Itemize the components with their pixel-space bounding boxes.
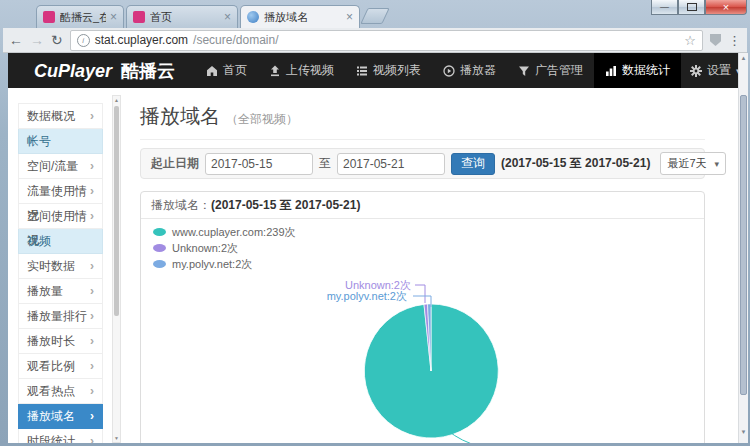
sidebar-item-data-overview[interactable]: 数据概况› — [18, 104, 103, 129]
start-date-input[interactable] — [205, 153, 313, 175]
cuplayer-favicon — [43, 11, 55, 23]
to-label: 至 — [319, 155, 331, 172]
upload-icon — [269, 65, 281, 77]
sidebar-label: 空间使用情况 — [27, 204, 90, 228]
sidebar-item-traffic-usage[interactable]: 流量使用情况› — [18, 179, 103, 204]
main-content: 播放域名（全部视频） 起止日期 至 查询 (2017-05-15 至 2017-… — [140, 103, 705, 443]
nav-label: 首页 — [223, 62, 247, 79]
quick-range-select[interactable]: 最近7天 ▾ — [660, 152, 726, 175]
address-bar[interactable]: i stat.cuplayer.com/secure/domain/ ☆ — [70, 30, 703, 51]
logo-en: CuPlayer — [34, 61, 112, 81]
sidebar-label: 数据概况 — [27, 104, 75, 128]
query-button[interactable]: 查询 — [451, 153, 495, 175]
sidebar-item-realtime[interactable]: 实时数据› — [18, 254, 103, 279]
pie-chart — [141, 192, 706, 443]
browser-tab-1[interactable]: 酷播云_在线视频全终端 × — [36, 5, 124, 28]
page-subtitle: （全部视频） — [226, 112, 298, 126]
pie-slice-cuplayer[interactable] — [364, 304, 498, 438]
sidebar-section-video: 视频 — [18, 229, 103, 254]
sidebar-scrollbar[interactable]: ▲ ▼ — [112, 95, 121, 443]
chevron-right-icon: › — [90, 254, 94, 278]
play-circle-icon — [443, 65, 455, 77]
chevron-right-icon: › — [90, 104, 94, 128]
sidebar-item-play-count[interactable]: 播放量› — [18, 279, 103, 304]
browser-tab-2[interactable]: 首页 × — [126, 5, 238, 28]
site-logo[interactable]: CuPlayer 酷播云 — [34, 59, 175, 83]
shield-icon[interactable] — [710, 34, 721, 46]
pie-label-cuplayer: www.cuplayer.com:239次 — [481, 441, 605, 443]
date-range-label: 起止日期 — [151, 155, 199, 172]
site-navbar: CuPlayer 酷播云 首页 上传视频 视频列表 播放器 — [8, 53, 738, 88]
url-host: stat.cuplayer.com — [95, 33, 188, 47]
nav-item-video-list[interactable]: 视频列表 — [345, 53, 432, 88]
sidebar-item-play-ranking[interactable]: 播放量排行› — [18, 304, 103, 329]
sidebar-item-play-duration[interactable]: 播放时长› — [18, 329, 103, 354]
chevron-right-icon: › — [90, 404, 94, 428]
scroll-down-icon[interactable]: ▼ — [113, 435, 120, 441]
list-icon — [356, 65, 368, 77]
forward-button[interactable]: → — [30, 33, 44, 47]
page-viewport: CuPlayer 酷播云 首页 上传视频 视频列表 播放器 — [8, 53, 738, 443]
caret-down-icon: ▾ — [715, 159, 720, 169]
funnel-icon — [518, 65, 530, 77]
nav-item-statistics[interactable]: 数据统计 — [594, 53, 681, 88]
nav-label: 设置 — [707, 62, 731, 79]
tab-close-icon[interactable]: × — [346, 11, 353, 23]
end-date-input[interactable] — [337, 153, 445, 175]
bar-chart-icon — [605, 65, 617, 77]
page-scrollbar-thumb[interactable] — [740, 95, 747, 395]
home-icon — [206, 65, 218, 77]
minimize-icon: — — [660, 2, 669, 12]
maximize-button[interactable] — [678, 0, 705, 15]
nav-item-ad-management[interactable]: 广告管理 — [507, 53, 594, 88]
browser-window: 酷播云_在线视频全终端 × 首页 × 播放域名 × — × ← → ↻ — [0, 0, 750, 446]
sidebar-item-time-stats[interactable]: 时段统计› — [18, 429, 103, 443]
sidebar-item-space-traffic[interactable]: 空间/流量› — [18, 154, 103, 179]
new-tab-button[interactable] — [360, 8, 389, 24]
nav-item-home[interactable]: 首页 — [195, 53, 258, 88]
pie-label-polyv: my.polyv.net:2次 — [327, 289, 407, 304]
tab-strip: 酷播云_在线视频全终端 × 首页 × 播放域名 × — × — [0, 0, 750, 28]
chevron-right-icon: › — [90, 204, 94, 228]
sidebar-item-watch-hotspot[interactable]: 观看热点› — [18, 379, 103, 404]
back-button[interactable]: ← — [9, 33, 23, 47]
sidebar-label: 实时数据 — [27, 254, 75, 278]
close-button[interactable]: × — [705, 0, 747, 15]
tab-close-icon[interactable]: × — [110, 11, 117, 23]
nav-label: 数据统计 — [622, 62, 670, 79]
chevron-right-icon: › — [90, 379, 94, 403]
tab-close-icon[interactable]: × — [224, 11, 231, 23]
nav-label: 上传视频 — [286, 62, 334, 79]
title-row: 播放域名（全部视频） — [140, 103, 705, 140]
sidebar-item-play-domain[interactable]: 播放域名› — [18, 404, 103, 429]
nav-item-upload[interactable]: 上传视频 — [258, 53, 345, 88]
logo-cn: 酷播云 — [121, 61, 175, 81]
nav-label: 视频列表 — [373, 62, 421, 79]
nav-label: 广告管理 — [535, 62, 583, 79]
sidebar-label: 播放时长 — [27, 329, 75, 353]
chevron-right-icon: › — [90, 154, 94, 178]
sidebar-scrollbar-thumb[interactable] — [114, 106, 119, 316]
sidebar-label: 观看比例 — [27, 354, 75, 378]
nav-item-settings[interactable]: 设置 ▾ — [681, 53, 738, 88]
scroll-up-icon[interactable]: ▲ — [113, 97, 120, 103]
reload-button[interactable]: ↻ — [51, 33, 63, 47]
scroll-up-icon[interactable]: ▲ — [739, 55, 748, 61]
tab-title: 首页 — [150, 10, 220, 25]
sidebar-item-space-usage[interactable]: 空间使用情况› — [18, 204, 103, 229]
browser-menu-icon[interactable]: ⋮ — [728, 33, 741, 48]
page-scrollbar[interactable]: ▲ ▼ — [738, 53, 748, 443]
globe-favicon — [247, 11, 259, 23]
sidebar-label: 播放域名 — [27, 404, 75, 428]
bookmark-star-icon[interactable]: ☆ — [684, 33, 696, 48]
maximize-icon — [687, 3, 697, 11]
sidebar-item-watch-ratio[interactable]: 观看比例› — [18, 354, 103, 379]
browser-tab-active[interactable]: 播放域名 × — [240, 5, 360, 28]
nav-item-player[interactable]: 播放器 — [432, 53, 507, 88]
minimize-button[interactable]: — — [651, 0, 678, 15]
callout-line-unknown — [415, 285, 425, 303]
page-info-icon[interactable]: i — [77, 34, 90, 47]
scroll-down-icon[interactable]: ▼ — [739, 429, 748, 435]
chevron-right-icon: › — [90, 354, 94, 378]
chevron-right-icon: › — [90, 279, 94, 303]
